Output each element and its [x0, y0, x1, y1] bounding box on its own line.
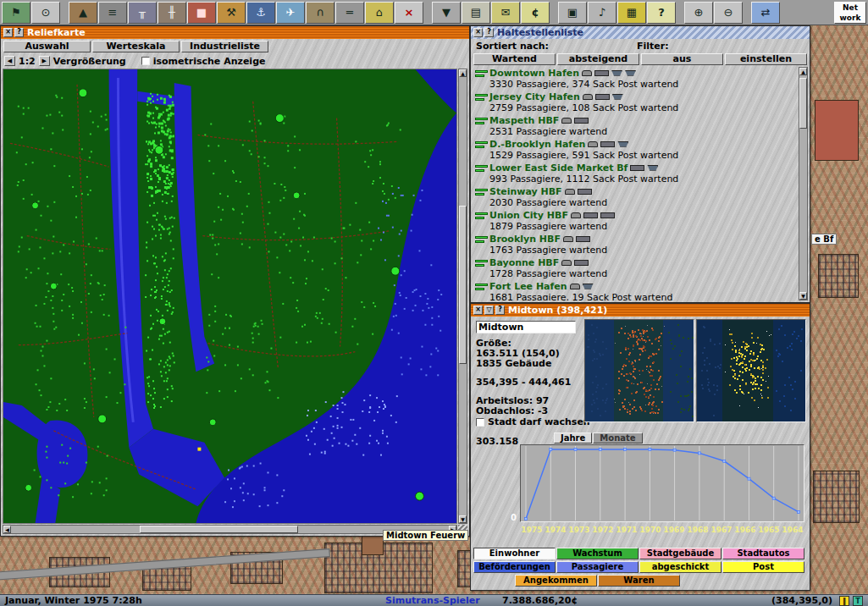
- list-item[interactable]: Downtown Hafen 3330 Passagiere, 374 Sack…: [473, 67, 798, 91]
- ship-tools-icon[interactable]: ⚓: [246, 2, 275, 24]
- stops-window-titlebar[interactable]: × ? Haltestellenliste: [471, 26, 810, 39]
- road-tools-icon[interactable]: ═: [335, 2, 364, 24]
- stops-sort-labels: Sortiert nach: Filter:: [471, 39, 810, 52]
- legend-wachstum-button[interactable]: Wachstum: [556, 548, 639, 559]
- mailbox-icon[interactable]: ✉: [491, 2, 520, 24]
- map-industry-list-button[interactable]: Industrieliste: [181, 41, 268, 52]
- help-icon[interactable]: ?: [484, 28, 494, 37]
- finance-icon[interactable]: ¢: [521, 2, 550, 24]
- scroll-up-icon[interactable]: ▲: [799, 68, 807, 75]
- query-icon[interactable]: ⊙: [31, 2, 60, 24]
- remove-tool-icon[interactable]: ×: [395, 2, 423, 24]
- legend-waren-button[interactable]: Waren: [598, 575, 680, 587]
- map-vertical-scrollbar[interactable]: ▲ ▼: [458, 69, 467, 524]
- list-item[interactable]: Fort Lee Hafen 1681 Passagiere, 19 Sack …: [473, 280, 798, 300]
- waiting-bars: [473, 280, 489, 300]
- list-item[interactable]: Steinway HBF 2030 Passagiere wartend: [473, 185, 798, 209]
- bridge-tools-icon[interactable]: ∩: [306, 2, 334, 24]
- list-item[interactable]: Brooklyn HBF 1763 Passagiere wartend: [473, 233, 798, 256]
- filter-toggle-button[interactable]: aus: [641, 53, 723, 65]
- stops-scrollbar[interactable]: ▲ ▼: [799, 67, 808, 300]
- world-building: [818, 254, 859, 298]
- help-icon[interactable]: ?: [495, 306, 505, 315]
- sound-icon[interactable]: ♪: [588, 2, 616, 24]
- pause-icon[interactable]: ‖: [839, 596, 849, 606]
- waiting-bars: [473, 233, 489, 256]
- zoom-out-icon[interactable]: ⊖: [714, 2, 743, 24]
- settings-icon[interactable]: ⚑: [2, 2, 30, 24]
- list-item[interactable]: D.-Brooklyn Hafen 1529 Passagiere, 591 S…: [473, 138, 798, 162]
- player-switch-icon[interactable]: ⇄: [751, 2, 780, 24]
- relief-map[interactable]: [3, 69, 456, 523]
- scroll-down-icon[interactable]: ▼: [459, 515, 467, 523]
- special-build-icon[interactable]: ⌂: [365, 2, 394, 24]
- close-icon[interactable]: ×: [3, 28, 13, 37]
- close-icon[interactable]: ×: [473, 28, 483, 37]
- network-button[interactable]: Net work: [834, 2, 866, 24]
- scroll-down-icon[interactable]: ▼: [799, 292, 807, 300]
- legend-abgeschickt-button[interactable]: abgeschickt: [639, 561, 721, 573]
- map-scale-button[interactable]: Werteskala: [92, 41, 180, 52]
- legend-befoerderungen-button[interactable]: Beförderungen: [473, 561, 556, 573]
- train-tools-icon[interactable]: ╥: [128, 2, 157, 24]
- city-destination-minimap[interactable]: [696, 319, 806, 422]
- list-item[interactable]: Maspeth HBF 2531 Passagiere wartend: [473, 114, 798, 138]
- help-icon[interactable]: ?: [14, 28, 24, 37]
- ship-icon: [611, 70, 622, 76]
- sort-mode-button[interactable]: Wartend: [473, 53, 556, 65]
- sort-order-button[interactable]: absteigend: [557, 53, 639, 65]
- chart-x-label: 1972: [591, 526, 615, 534]
- stop-info: 1879 Passagiere wartend: [489, 221, 798, 233]
- screenshot-icon[interactable]: ▣: [558, 2, 587, 24]
- truck-tools-icon[interactable]: ■: [187, 2, 216, 24]
- world-building-tower: [362, 535, 384, 555]
- list-item[interactable]: Union City HBF 1879 Passagiere wartend: [473, 209, 798, 233]
- scroll-left-icon[interactable]: ◀: [3, 526, 11, 533]
- city-list-icon[interactable]: ▦: [617, 2, 646, 24]
- legend-post-button[interactable]: Post: [722, 561, 804, 573]
- city-minimap[interactable]: [584, 319, 694, 422]
- marker-tool-icon[interactable]: ▼: [432, 2, 461, 24]
- help-icon[interactable]: ?: [647, 2, 676, 24]
- tram-tools-icon[interactable]: ╫: [158, 2, 186, 24]
- shade-icon[interactable]: ▽: [484, 306, 494, 315]
- tab-months[interactable]: Monate: [593, 432, 642, 443]
- map-hscroll-knob[interactable]: [140, 526, 298, 533]
- city-grow-checkbox[interactable]: [476, 418, 484, 427]
- city-window-titlebar[interactable]: × ▽ ? Midtown (398,421): [471, 304, 810, 317]
- legend-angekommen-button[interactable]: Angekommen: [515, 575, 597, 587]
- airport-tools-icon[interactable]: ✈: [276, 2, 305, 24]
- zoom-in-arrow-icon[interactable]: ▶: [39, 56, 50, 66]
- timeline-icon[interactable]: T: [853, 596, 863, 606]
- relief-map-area[interactable]: [3, 69, 457, 524]
- isometric-checkbox[interactable]: [141, 57, 150, 65]
- stops-scroll-knob[interactable]: [799, 78, 807, 129]
- legend-stadtautos-button[interactable]: Stadtautos: [722, 548, 804, 559]
- close-icon[interactable]: ×: [473, 306, 483, 315]
- legend-einwohner-button[interactable]: Einwohner: [473, 548, 556, 559]
- city-name-input[interactable]: [476, 321, 576, 333]
- tab-years[interactable]: Jahre: [554, 432, 592, 443]
- crane-tools-icon[interactable]: ⚒: [217, 2, 246, 24]
- legend-stadtgebaeude-button[interactable]: Stadtgebäude: [639, 548, 721, 559]
- zoom-out-arrow-icon[interactable]: ◀: [4, 56, 15, 66]
- stop-name: D.-Brooklyn Hafen: [489, 139, 585, 150]
- rail-tools-icon[interactable]: ≡: [98, 2, 127, 24]
- line-list-icon[interactable]: ▤: [462, 2, 490, 24]
- train-icon: [600, 141, 615, 147]
- list-item[interactable]: Lower East Side Market Bf 993 Passagiere…: [473, 162, 798, 185]
- map-window-titlebar[interactable]: × ? Reliefkarte: [1, 26, 469, 39]
- list-item[interactable]: Jersey City Hafen 2759 Passagiere, 108 S…: [473, 91, 798, 114]
- chart-x-label: 1973: [567, 526, 591, 534]
- map-selection-button[interactable]: Auswahl: [3, 41, 91, 52]
- list-item[interactable]: Bayonne HBF 1728 Passagiere wartend: [473, 256, 798, 280]
- ship-icon: [612, 94, 623, 100]
- filter-settings-button[interactable]: einstellen: [725, 53, 807, 65]
- chart-x-label: 1970: [639, 526, 662, 534]
- map-vscroll-knob[interactable]: [459, 206, 467, 365]
- legend-passagiere-button[interactable]: Passagiere: [556, 561, 639, 573]
- scroll-up-icon[interactable]: ▲: [459, 69, 467, 77]
- zoom-in-icon[interactable]: ⊕: [684, 2, 713, 24]
- slope-tools-icon[interactable]: ▲: [69, 2, 97, 24]
- world-building: [815, 100, 859, 161]
